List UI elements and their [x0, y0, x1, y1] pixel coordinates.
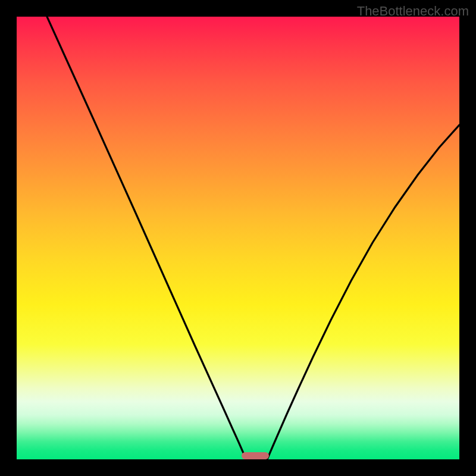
left-curve [47, 17, 246, 459]
curves-svg [17, 17, 459, 459]
chart-frame [17, 17, 459, 459]
bottom-marker [242, 452, 269, 459]
watermark-text: TheBottleneck.com [357, 4, 469, 19]
right-curve [267, 125, 459, 459]
